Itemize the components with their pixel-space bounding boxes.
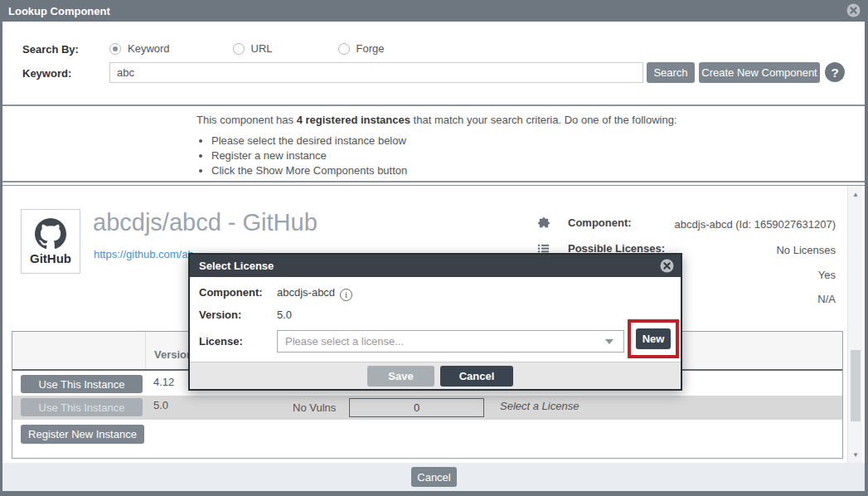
radio-keyword[interactable]: Keyword: [109, 42, 170, 55]
radio-forge[interactable]: Forge: [338, 42, 385, 55]
modal-close-icon[interactable]: [660, 259, 674, 273]
use-this-instance-button-disabled[interactable]: Use This Instance: [21, 398, 143, 416]
scroll-up-icon[interactable]: ▲: [848, 187, 863, 201]
possible-licenses-value: No Licenses: [776, 244, 836, 256]
radio-unselected-icon: [338, 43, 350, 55]
create-new-component-button[interactable]: Create New Component: [699, 62, 820, 83]
license-dropdown[interactable]: Please select a license...: [277, 330, 624, 353]
vertical-scrollbar: ▲ ▼: [847, 186, 862, 463]
component-id-value: abcdjs-abcd (Id: 1659027631207): [675, 218, 836, 231]
window-edge-bottom: [0, 491, 868, 496]
modal-title: Select License: [190, 260, 274, 272]
column-divider: [145, 332, 146, 369]
keyword-label: Keyword:: [22, 67, 71, 80]
scroll-down-icon[interactable]: ▼: [848, 448, 863, 461]
use-this-instance-button[interactable]: Use This Instance: [21, 375, 143, 393]
select-license-modal: Select License Component: abcdjs-abcdi V…: [188, 253, 682, 391]
notice-text-prefix: This component has: [196, 114, 297, 126]
search-by-radio-group: Keyword URL Forge: [109, 42, 385, 55]
modal-version-value: 5.0: [277, 309, 292, 321]
radio-unselected-icon: [233, 43, 245, 55]
search-button[interactable]: Search: [647, 62, 695, 83]
instance-version: 4.12: [153, 376, 174, 388]
modal-version-label: Version:: [199, 309, 241, 321]
component-title: abcdjs/abcd - GitHub: [93, 209, 318, 236]
search-by-label: Search By:: [22, 43, 79, 56]
detail-value-yes: Yes: [818, 269, 836, 281]
notice-bullet: Register a new instance: [211, 149, 677, 162]
dialog-titlebar: Lookup Component: [0, 0, 868, 22]
scrollbar-thumb[interactable]: [851, 350, 861, 421]
notice-bullet: Please select the desired instance below: [211, 134, 677, 147]
license-dropdown-placeholder: Please select a license...: [278, 335, 605, 348]
section-divider: [2, 185, 865, 186]
puzzle-icon: [537, 216, 550, 229]
modal-license-label: License:: [199, 335, 243, 348]
github-logo: GitHub: [21, 209, 80, 274]
detail-value-na: N/A: [817, 293, 836, 305]
register-new-instance-button[interactable]: Register New Instance: [21, 425, 144, 444]
github-logo-text: GitHub: [30, 251, 71, 265]
notice-count: 4 registered instances: [297, 114, 410, 126]
help-icon[interactable]: ?: [825, 62, 845, 82]
dialog-cancel-button[interactable]: Cancel: [411, 467, 457, 487]
octocat-icon: [35, 218, 66, 250]
select-license-hint: Select a License: [500, 400, 579, 412]
component-url-link[interactable]: https://github.com/ab: [94, 248, 194, 260]
version-column-header: Version: [154, 348, 193, 361]
close-icon[interactable]: [846, 3, 861, 17]
notice-bullet-list: Please select the desired instance below…: [211, 134, 677, 177]
instance-version: 5.0: [153, 399, 168, 411]
lookup-component-dialog: Lookup Component Search By: Keyword URL …: [0, 0, 868, 496]
section-divider: [2, 181, 865, 182]
window-edge-left: [0, 22, 2, 491]
vuln-count-field[interactable]: [349, 398, 484, 417]
instance-row-selected: Use This Instance 5.0 No Vulns Select a …: [12, 396, 842, 420]
info-icon[interactable]: i: [340, 289, 352, 301]
modal-cancel-button[interactable]: Cancel: [440, 366, 513, 387]
dialog-title: Lookup Component: [0, 5, 110, 17]
modal-save-button[interactable]: Save: [367, 366, 434, 387]
modal-component-value: abcdjs-abcdi: [277, 286, 352, 301]
vulns-status: No Vulns: [293, 401, 336, 414]
modal-component-label: Component:: [199, 286, 263, 299]
keyword-input[interactable]: [109, 62, 643, 83]
modal-titlebar: Select License: [190, 255, 681, 277]
section-divider: [2, 105, 865, 106]
search-result-notice: This component has 4 registered instance…: [196, 114, 677, 179]
modal-footer: Save Cancel: [190, 362, 681, 389]
notice-bullet: Click the Show More Components button: [211, 164, 677, 177]
radio-selected-icon: [109, 43, 121, 55]
window-edge-right: [865, 22, 868, 491]
component-id-label: Component:: [568, 216, 632, 229]
radio-url-label: URL: [251, 42, 273, 55]
chevron-down-icon: [605, 339, 613, 344]
new-license-button[interactable]: New: [636, 328, 671, 349]
radio-url[interactable]: URL: [233, 42, 273, 55]
radio-keyword-label: Keyword: [128, 42, 170, 55]
radio-forge-label: Forge: [356, 42, 385, 55]
notice-text-suffix: that match your search criteria. Do one …: [410, 114, 677, 126]
